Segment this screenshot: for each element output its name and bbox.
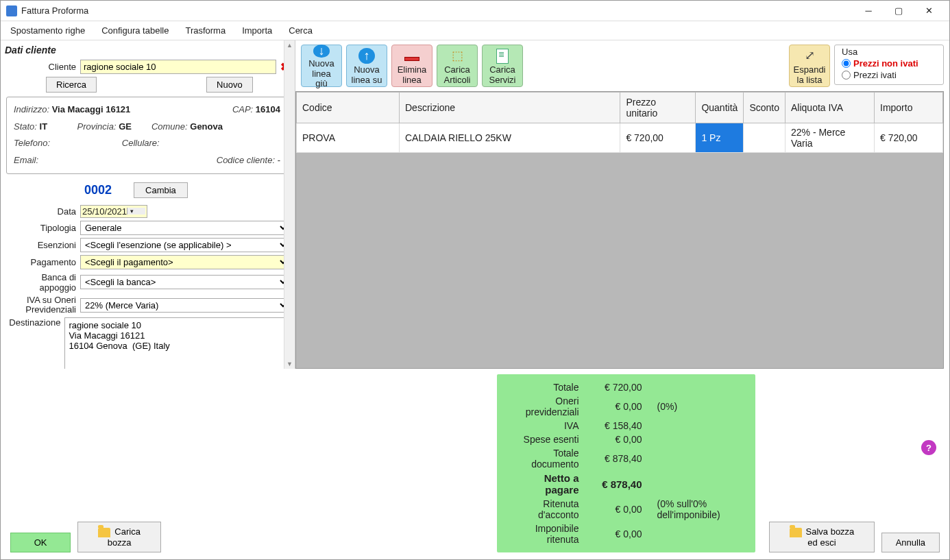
left-pane: Dati cliente Cliente ✖ Ricerca Nuovo Ind… <box>1 40 295 369</box>
esenzioni-select[interactable]: <Scegli l'esenzione (se applicabile) > <box>80 238 289 252</box>
footer: OK Carica bozza Totale€ 720,00 Oneri pre… <box>1 369 949 559</box>
help-icon[interactable]: ? <box>921 440 936 455</box>
carica-servizi-button[interactable]: Carica Servizi <box>482 45 523 87</box>
selected-cell[interactable]: 1 Pz <box>696 123 744 153</box>
document-icon <box>494 48 511 64</box>
iva-oneri-select[interactable]: 22% (Merce Varia) <box>80 298 289 313</box>
menubar: Spostamento righe Configura tabelle Tras… <box>1 21 949 40</box>
maximize-button[interactable]: ▢ <box>884 1 914 21</box>
menu-spostamento[interactable]: Spostamento righe <box>10 25 85 36</box>
carica-bozza-button[interactable]: Carica bozza <box>77 522 161 552</box>
radio-prezzi-non-ivati[interactable]: Prezzi non ivati <box>842 58 936 69</box>
destinazione-textarea[interactable]: ragione sociale 10 Via Macaggi 16121 161… <box>64 317 289 369</box>
titlebar: Fattura Proforma ─ ▢ ✕ <box>1 1 949 21</box>
tipologia-select[interactable]: Generale <box>80 221 289 235</box>
carica-articoli-button[interactable]: ⬚ Carica Articoli <box>437 45 478 87</box>
col-descrizione[interactable]: Descrizione <box>400 93 620 123</box>
cambia-button[interactable]: Cambia <box>134 182 188 198</box>
nuovo-button[interactable]: Nuovo <box>206 77 253 93</box>
totals-panel: Totale€ 720,00 Oneri previdenziali€ 0,00… <box>497 374 755 552</box>
expand-icon: ⤢ <box>801 48 818 64</box>
nuova-linea-giu-button[interactable]: ↓ Nuova linea giù <box>301 45 342 87</box>
col-iva[interactable]: Aliquota IVA <box>785 93 875 123</box>
banca-select[interactable]: <Scegli la banca> <box>80 275 289 289</box>
menu-importa[interactable]: Importa <box>242 25 272 36</box>
minimize-button[interactable]: ─ <box>853 1 884 21</box>
elimina-linea-button[interactable]: Elimina linea <box>391 45 433 87</box>
menu-trasforma[interactable]: Trasforma <box>185 25 226 36</box>
delete-icon <box>404 48 420 64</box>
grid[interactable]: Codice Descrizione Prezzo unitario Quant… <box>295 91 944 369</box>
section-dati-cliente: Dati cliente <box>5 45 289 56</box>
left-scrollbar[interactable] <box>284 40 295 369</box>
usa-group: Usa Prezzi non ivati Prezzi ivati <box>834 45 944 85</box>
doc-number: 0002 <box>84 183 112 197</box>
ok-button[interactable]: OK <box>10 533 71 552</box>
forklift-icon: ⬚ <box>449 48 465 64</box>
salva-bozza-button[interactable]: Salva bozza ed esci <box>769 522 874 552</box>
radio-prezzi-ivati[interactable]: Prezzi ivati <box>842 70 936 80</box>
cliente-input[interactable] <box>80 60 276 74</box>
app-icon <box>6 5 17 16</box>
annulla-button[interactable]: Annulla <box>881 533 940 552</box>
close-button[interactable]: ✕ <box>914 1 944 21</box>
right-pane: ↓ Nuova linea giù ↑ Nuova linea su Elimi… <box>295 40 949 369</box>
ricerca-button[interactable]: Ricerca <box>46 77 97 93</box>
menu-configura[interactable]: Configura tabelle <box>101 25 169 36</box>
col-sconto[interactable]: Sconto <box>744 93 785 123</box>
col-quantita[interactable]: Quantità <box>696 93 744 123</box>
folder-icon <box>98 528 110 537</box>
window-title: Fattura Proforma <box>21 5 853 16</box>
cliente-label: Cliente <box>5 62 76 72</box>
col-codice[interactable]: Codice <box>297 93 400 123</box>
col-importo[interactable]: Importo <box>875 93 943 123</box>
toolbar: ↓ Nuova linea giù ↑ Nuova linea su Elimi… <box>295 40 949 91</box>
menu-cerca[interactable]: Cerca <box>289 25 313 36</box>
arrow-up-icon: ↑ <box>358 48 375 64</box>
espandi-lista-button[interactable]: ⤢ Espandi la lista <box>789 45 830 87</box>
col-prezzo[interactable]: Prezzo unitario <box>620 93 696 123</box>
cliente-card: Indirizzo: Via Macaggi 16121 CAP: 16104 … <box>6 97 288 174</box>
arrow-down-icon: ↓ <box>313 45 330 58</box>
data-select[interactable]: 25/10/2021▾ <box>80 205 147 218</box>
pagamento-select[interactable]: <Scegli il pagamento> <box>80 255 289 269</box>
folder-icon <box>790 528 802 537</box>
nuova-linea-su-button[interactable]: ↑ Nuova linea su <box>346 45 387 87</box>
table-row[interactable]: PROVA CALDAIA RIELLO 25KW € 720,00 1 Pz … <box>297 123 943 153</box>
